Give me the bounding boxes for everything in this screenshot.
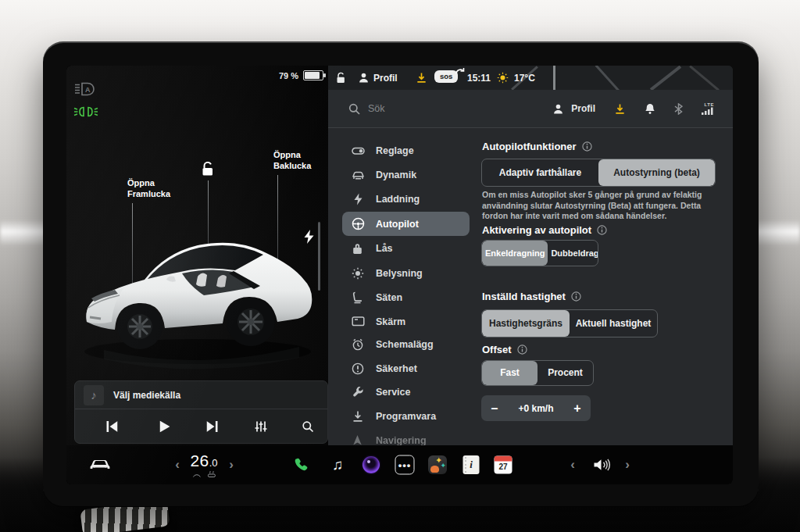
option-adaptive-cruise[interactable]: Adaptiv farthållare xyxy=(482,159,598,186)
front-defrost-icon xyxy=(192,471,201,477)
search-row-icons: Profil xyxy=(552,102,714,115)
info-icon[interactable] xyxy=(582,141,592,152)
sidebar-item-belysning[interactable]: Belysning xyxy=(342,261,470,285)
apps-icon[interactable]: ••• xyxy=(395,455,415,475)
stepper-minus-button[interactable]: – xyxy=(481,402,508,416)
unlock-icon[interactable] xyxy=(334,72,347,84)
option-double-pull[interactable]: Dubbeldragning xyxy=(548,241,598,266)
media-player: ♪ Välj mediekälla xyxy=(74,380,328,444)
media-source-row[interactable]: ♪ Välj mediekälla xyxy=(75,381,327,409)
next-track-button[interactable] xyxy=(207,421,219,432)
charge-port-icon[interactable] xyxy=(303,230,315,244)
vehicle-render[interactable] xyxy=(73,205,323,373)
profile-button[interactable]: Profil xyxy=(552,103,595,115)
settings-panel: Profil sos 15:11 xyxy=(328,66,733,484)
search-icon xyxy=(348,103,360,115)
scrollbar-thumb[interactable] xyxy=(318,222,320,291)
profile-button[interactable]: Profil xyxy=(373,73,398,84)
rear-defrost-icon xyxy=(207,471,216,477)
media-controls xyxy=(75,409,327,443)
previous-track-button[interactable] xyxy=(106,421,118,432)
dashcam-icon[interactable] xyxy=(362,456,380,473)
option-percent[interactable]: Procent xyxy=(538,361,593,385)
phone-icon[interactable] xyxy=(293,457,309,473)
info-icon[interactable] xyxy=(517,345,527,355)
screen: A 79 % Öppna Framlucka xyxy=(66,66,733,484)
tesla-touchscreen: A 79 % Öppna Framlucka xyxy=(43,41,759,507)
svg-text:A: A xyxy=(85,86,91,94)
alert-circle-icon xyxy=(352,362,365,375)
sun-icon xyxy=(497,72,509,84)
sidebar-item-dynamik[interactable]: Dynamik xyxy=(342,162,470,187)
volume-icon[interactable] xyxy=(593,459,612,472)
person-icon xyxy=(552,103,564,115)
play-button[interactable] xyxy=(160,420,170,432)
media-search-button[interactable] xyxy=(302,420,314,432)
music-note-icon: ♪ xyxy=(84,385,104,405)
music-note-icon[interactable]: ♫ xyxy=(332,456,343,473)
sidebar-item-laddning[interactable]: Laddning xyxy=(342,187,470,211)
option-current-speed[interactable]: Aktuell hastighet xyxy=(570,310,657,337)
option-single-pull[interactable]: Enkeldragning xyxy=(482,241,548,266)
vehicle-battery-status: 79 % xyxy=(279,70,323,80)
stepper-value: +0 km/h xyxy=(508,403,564,414)
equalizer-button[interactable] xyxy=(255,420,267,432)
download-icon[interactable] xyxy=(614,103,626,115)
person-icon xyxy=(358,72,370,84)
bluetooth-icon[interactable] xyxy=(674,103,683,115)
calendar-icon[interactable]: 27 xyxy=(495,456,512,474)
volume-up-chevron[interactable]: › xyxy=(625,457,630,473)
sidebar-item-autopilot[interactable]: Autopilot xyxy=(342,212,470,236)
volume-down-chevron[interactable]: ‹ xyxy=(570,457,575,473)
info-icon[interactable] xyxy=(597,225,607,235)
activation-segmented: Enkeldragning Dubbeldragning xyxy=(481,240,598,266)
manual-icon[interactable]: i xyxy=(463,455,480,474)
option-speed-limit[interactable]: Hastighetsgräns xyxy=(482,310,570,337)
option-fixed[interactable]: Fast xyxy=(482,361,538,385)
section-title-autopilot-features: Autopilotfunktioner xyxy=(482,141,592,152)
bell-icon[interactable] xyxy=(645,103,655,115)
car-status-panel: A 79 % Öppna Framlucka xyxy=(66,66,328,484)
search-bar[interactable]: Sök Profil xyxy=(328,90,733,128)
seat-icon xyxy=(352,291,365,304)
battery-icon xyxy=(303,70,323,80)
bolt-icon xyxy=(352,193,365,205)
sos-arrow-icon xyxy=(455,67,465,75)
sidebar-item-schemalagg[interactable]: Schemalägg xyxy=(342,332,470,356)
temp-down-chevron[interactable]: ‹ xyxy=(175,457,180,473)
sidebar-item-sakerhet[interactable]: Säkerhet xyxy=(342,356,470,380)
stepper-plus-button[interactable]: + xyxy=(564,402,591,416)
search-placeholder: Sök xyxy=(368,103,385,114)
status-bar: Profil sos 15:11 xyxy=(328,66,733,90)
open-frunk-button[interactable]: Öppna Framlucka xyxy=(127,177,193,199)
download-icon xyxy=(352,410,365,423)
cabin-temperature[interactable]: 26.0 xyxy=(190,452,217,477)
sidebar-item-saten[interactable]: Säten xyxy=(342,285,470,309)
autopilot-features-segmented: Adaptiv farthållare Autostyrning (beta) xyxy=(481,159,716,187)
sidebar-item-reglage[interactable]: Reglage xyxy=(342,138,470,162)
battery-percent: 79 % xyxy=(279,71,298,80)
brightness-icon xyxy=(352,267,365,280)
set-speed-segmented: Hastighetsgräns Aktuell hastighet xyxy=(481,309,658,337)
sidebar-item-las[interactable]: Lås xyxy=(342,236,470,260)
car-settings-button[interactable] xyxy=(88,457,112,473)
wrench-icon xyxy=(352,386,365,398)
download-icon[interactable] xyxy=(416,72,427,84)
info-icon[interactable] xyxy=(571,291,581,302)
car-icon xyxy=(352,169,365,181)
option-autosteer-beta[interactable]: Autostyrning (beta) xyxy=(598,159,715,186)
unlock-icon[interactable] xyxy=(199,161,216,177)
sidebar-item-programvara[interactable]: Programvara xyxy=(342,404,470,428)
sos-badge[interactable]: sos xyxy=(434,70,458,83)
sidebar-item-skarm[interactable]: Skärm xyxy=(342,309,470,334)
section-title-activation: Aktivering av autopilot xyxy=(482,224,607,236)
temp-up-chevron[interactable]: › xyxy=(229,457,234,473)
steering-wheel-icon xyxy=(352,217,365,230)
parking-lights-icon xyxy=(73,106,98,117)
section-title-set-speed: Inställd hastighet xyxy=(482,291,581,302)
bottom-dock: ‹ 26.0 › xyxy=(66,445,733,484)
clock-time: 15:11 xyxy=(467,73,491,84)
sidebar-item-service[interactable]: Service xyxy=(342,380,470,404)
alarm-clock-icon xyxy=(352,338,365,351)
toybox-icon[interactable]: ✦✦ xyxy=(428,455,447,474)
